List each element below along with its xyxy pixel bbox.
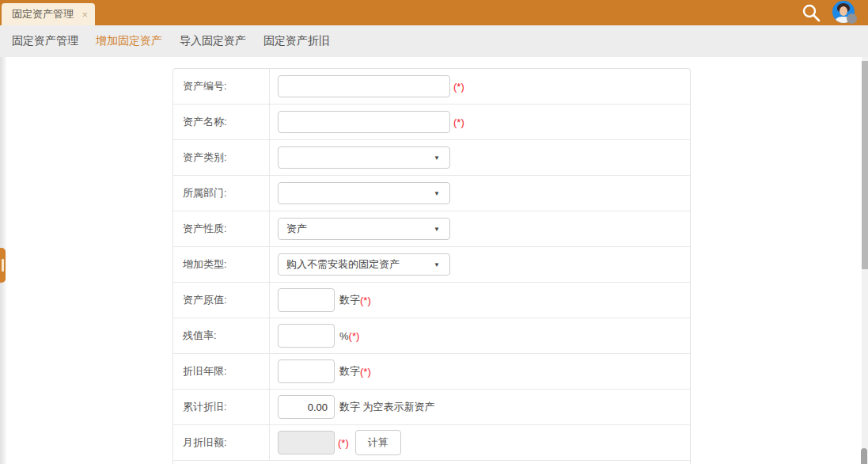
form-row-accumulated-depreciation: 累计折旧: 数字 为空表示新资产 [173, 390, 690, 425]
form-row-depreciation-years: 折旧年限: 数字(*) [173, 354, 690, 390]
nav-item-fixed-asset-management[interactable]: 固定资产管理 [3, 34, 87, 48]
add-type-select[interactable]: 购入不需安装的固定资产 ▼ [278, 253, 450, 276]
calculate-button[interactable]: 计算 [355, 430, 401, 455]
original-value-label: 资产原值: [173, 283, 270, 318]
avatar-status-dot [847, 13, 857, 24]
asset-category-label: 资产类别: [173, 140, 270, 175]
chevron-down-icon: ▼ [434, 190, 440, 197]
selected-value: 资产 [286, 222, 307, 236]
nav-item-asset-depreciation[interactable]: 固定资产折旧 [255, 34, 339, 48]
asset-code-input[interactable] [278, 75, 450, 97]
department-label: 所属部门: [173, 176, 270, 211]
form-row-original-value: 资产原值: 数字(*) [173, 283, 690, 318]
asset-nature-label: 资产性质: [173, 211, 270, 246]
chevron-down-icon: ▼ [434, 154, 440, 162]
avatar-face [840, 6, 847, 16]
form-row-department: 所属部门: ▼ [173, 176, 690, 211]
form-row-asset-code: 资产编号: (*) [173, 69, 690, 105]
field-hint: 数字 [339, 293, 360, 307]
form-row-residual-rate: 残值率: %(*) [173, 318, 690, 354]
module-nav: 固定资产管理 增加固定资产 导入固定资产 固定资产折旧 [0, 25, 868, 57]
required-marker: (*) [338, 437, 349, 449]
asset-nature-select[interactable]: 资产 ▼ [278, 218, 450, 240]
form-row-asset-nature: 资产性质: 资产 ▼ [173, 211, 690, 247]
search-icon[interactable] [800, 2, 822, 24]
accumulated-depreciation-input[interactable] [278, 395, 335, 419]
residual-rate-label: 残值率: [173, 318, 270, 353]
asset-code-label: 资产编号: [173, 69, 270, 104]
asset-category-select[interactable]: ▼ [278, 146, 450, 169]
add-type-label: 增加类型: [173, 247, 270, 282]
asset-name-input[interactable] [278, 111, 450, 133]
sidebar-expand-handle-bar [2, 259, 4, 272]
original-value-input[interactable] [278, 288, 335, 312]
form-row-partial [173, 461, 690, 464]
tab-close-icon[interactable]: × [81, 10, 88, 20]
depreciation-years-label: 折旧年限: [173, 354, 270, 389]
monthly-depreciation-label: 月折旧额: [173, 425, 270, 460]
chevron-down-icon: ▼ [434, 226, 440, 233]
field-hint: 数字 [339, 364, 360, 378]
asset-name-label: 资产名称: [173, 105, 270, 139]
residual-rate-input[interactable] [278, 324, 335, 348]
form-row-asset-name: 资产名称: (*) [173, 105, 690, 140]
form-row-add-type: 增加类型: 购入不需安装的固定资产 ▼ [173, 247, 690, 283]
required-marker: (*) [453, 81, 464, 93]
accumulated-depreciation-label: 累计折旧: [173, 390, 270, 424]
add-asset-form: 资产编号: (*) 资产名称: (*) 资产类别: ▼ 所属部门: ▼ [172, 68, 691, 464]
chevron-down-icon: ▼ [434, 261, 440, 268]
field-hint: % [339, 330, 349, 342]
required-marker: (*) [360, 366, 371, 378]
vertical-scrollbar-thumb[interactable] [862, 61, 868, 269]
depreciation-years-input[interactable] [278, 359, 335, 383]
required-marker: (*) [349, 330, 360, 342]
form-row-asset-category: 资产类别: ▼ [173, 140, 690, 176]
app-header: 固定资产管理 × [0, 0, 868, 25]
tab-title: 固定资产管理 [12, 7, 74, 21]
field-hint: 数字 为空表示新资产 [339, 400, 435, 414]
monthly-depreciation-input [278, 431, 335, 454]
nav-item-add-fixed-asset[interactable]: 增加固定资产 [87, 34, 171, 48]
inner-scrollbar-thumb[interactable] [861, 448, 867, 464]
department-select[interactable]: ▼ [278, 182, 450, 204]
tab-fixed-asset-management[interactable]: 固定资产管理 × [2, 3, 95, 25]
form-row-monthly-depreciation: 月折旧额: (*) 计算 [173, 425, 690, 461]
required-marker: (*) [453, 116, 464, 128]
nav-item-import-fixed-asset[interactable]: 导入固定资产 [171, 34, 255, 48]
selected-value: 购入不需安装的固定资产 [286, 257, 400, 272]
sidebar-expand-handle[interactable] [0, 248, 6, 283]
required-marker: (*) [360, 295, 371, 306]
